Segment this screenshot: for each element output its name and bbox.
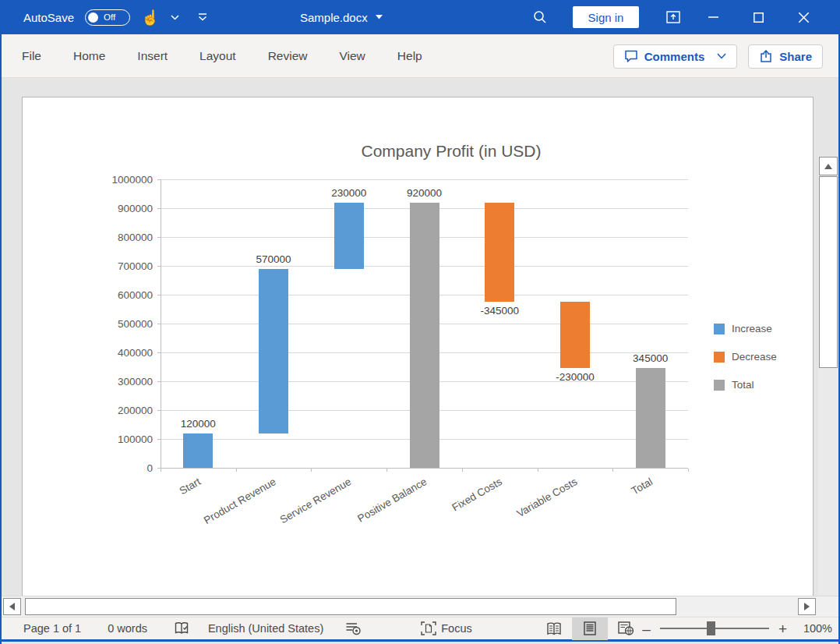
chart-bar-positive-balance xyxy=(410,203,439,468)
gridline xyxy=(161,179,688,180)
chart-bar-variable-costs xyxy=(560,302,590,368)
zoom-in-button[interactable]: + xyxy=(778,621,787,636)
data-label: 345000 xyxy=(616,352,686,364)
word-count[interactable]: 0 words xyxy=(100,617,155,639)
x-axis-tick xyxy=(538,469,538,472)
y-axis-tick-label: 300000 xyxy=(98,376,153,387)
y-axis-tick-label: 400000 xyxy=(98,347,153,359)
comments-label: Comments xyxy=(644,50,705,63)
y-axis-tick-label: 0 xyxy=(98,462,153,474)
tab-help[interactable]: Help xyxy=(396,46,424,66)
autosave-toggle-state: Off xyxy=(104,12,115,22)
category-label: Positive Balance xyxy=(355,476,429,525)
vertical-scrollbar-thumb[interactable] xyxy=(819,176,838,368)
text-predictions-button[interactable] xyxy=(337,617,369,639)
document-page[interactable]: Company Profit (in USD) 0100000200000300… xyxy=(22,97,814,596)
tab-file[interactable]: File xyxy=(20,46,43,66)
vertical-scrollbar[interactable] xyxy=(818,156,838,596)
x-axis-tick xyxy=(161,469,161,472)
y-axis-tick-label: 900000 xyxy=(98,203,153,214)
legend-swatch xyxy=(714,324,725,334)
tab-insert[interactable]: Insert xyxy=(136,46,169,66)
y-axis-tick-label: 500000 xyxy=(98,318,153,330)
x-axis-tick xyxy=(311,469,312,472)
proofing-errors-button[interactable] xyxy=(166,617,197,639)
category-label: Fixed Costs xyxy=(450,476,503,514)
zoom-out-button[interactable]: – xyxy=(642,621,651,636)
chart-bar-product-revenue xyxy=(259,269,288,433)
read-mode-icon xyxy=(545,622,563,635)
print-layout-icon xyxy=(584,621,596,635)
legend-swatch xyxy=(714,352,725,363)
category-label: Service Revenue xyxy=(278,476,354,525)
legend-item-decrease: Decrease xyxy=(714,351,777,363)
document-title-menu[interactable]: Sample.docx xyxy=(300,0,383,34)
comments-button[interactable]: Comments xyxy=(613,44,738,69)
tab-layout[interactable]: Layout xyxy=(198,46,238,66)
print-layout-button[interactable] xyxy=(572,617,608,640)
tab-home[interactable]: Home xyxy=(72,46,107,66)
scroll-up-arrow-icon xyxy=(824,164,832,169)
legend-swatch xyxy=(714,380,725,391)
document-title: Sample.docx xyxy=(300,11,368,24)
language-selector[interactable]: English (United States) xyxy=(200,617,331,639)
quick-access-toolbar-icon[interactable] xyxy=(198,13,207,21)
horizontal-scrollbar-thumb[interactable] xyxy=(25,598,676,615)
maximize-button[interactable] xyxy=(736,0,781,34)
scroll-up-button[interactable] xyxy=(819,157,838,175)
legend-label: Decrease xyxy=(732,351,777,363)
y-axis-tick-label: 100000 xyxy=(98,433,153,445)
title-bar: AutoSave Off ☝ Sample.docx Sign in xyxy=(2,0,838,34)
legend-label: Increase xyxy=(732,323,772,334)
ribbon-tab-bar: File Home Insert Layout Review View Help… xyxy=(2,34,838,78)
x-axis-tick xyxy=(612,469,613,472)
minimize-button[interactable] xyxy=(690,0,736,34)
document-canvas: Company Profit (in USD) 0100000200000300… xyxy=(2,78,838,596)
comment-icon xyxy=(624,50,638,63)
data-label: 920000 xyxy=(390,187,460,199)
read-mode-button[interactable] xyxy=(536,617,572,640)
autosave-toggle[interactable]: Off xyxy=(85,9,130,26)
legend-label: Total xyxy=(732,379,754,391)
ribbon-tabs: File Home Insert Layout Review View Help xyxy=(20,34,424,78)
scroll-right-arrow-icon xyxy=(804,603,810,610)
scroll-left-button[interactable] xyxy=(3,598,21,615)
zoom-level[interactable]: 100% xyxy=(796,622,832,635)
horizontal-scrollbar[interactable] xyxy=(2,596,838,617)
zoom-slider-handle[interactable] xyxy=(707,621,715,635)
sign-in-button[interactable]: Sign in xyxy=(573,6,639,28)
web-layout-button[interactable] xyxy=(608,617,644,640)
chart-bar-start xyxy=(183,433,213,468)
chart-bar-fixed-costs xyxy=(485,203,514,303)
waterfall-chart[interactable]: Company Profit (in USD) 0100000200000300… xyxy=(101,129,802,581)
x-axis-tick xyxy=(236,469,237,472)
document-title-chevron-icon xyxy=(376,15,383,19)
search-icon[interactable] xyxy=(524,0,556,34)
y-axis-tick-label: 200000 xyxy=(98,405,153,416)
autosave-label: AutoSave xyxy=(23,11,74,24)
scroll-right-button[interactable] xyxy=(798,598,816,615)
data-label: 120000 xyxy=(163,418,233,430)
web-layout-icon xyxy=(618,621,634,635)
chart-bar-service-revenue xyxy=(334,203,364,269)
page-indicator-label: Page 1 of 1 xyxy=(23,622,81,635)
ribbon-display-options-icon[interactable] xyxy=(656,0,690,34)
tab-view[interactable]: View xyxy=(337,46,366,66)
share-button[interactable]: Share xyxy=(748,44,823,69)
zoom-slider[interactable] xyxy=(660,628,769,629)
tab-review[interactable]: Review xyxy=(266,46,309,66)
x-axis-line xyxy=(161,468,688,469)
touch-mode-icon[interactable]: ☝ xyxy=(141,9,160,27)
word-count-label: 0 words xyxy=(108,622,147,635)
x-axis-tick xyxy=(462,469,463,472)
page-indicator[interactable]: Page 1 of 1 xyxy=(2,617,89,639)
category-label: Variable Costs xyxy=(515,476,580,519)
focus-label: Focus xyxy=(441,622,472,635)
focus-mode-button[interactable]: Focus xyxy=(413,617,480,639)
share-icon xyxy=(759,50,773,63)
category-label: Total xyxy=(630,476,655,497)
close-button[interactable] xyxy=(781,0,826,34)
chart-title: Company Profit (in USD) xyxy=(101,142,802,161)
category-label: Start xyxy=(178,476,203,497)
touch-mode-chevron-icon[interactable] xyxy=(171,15,179,20)
